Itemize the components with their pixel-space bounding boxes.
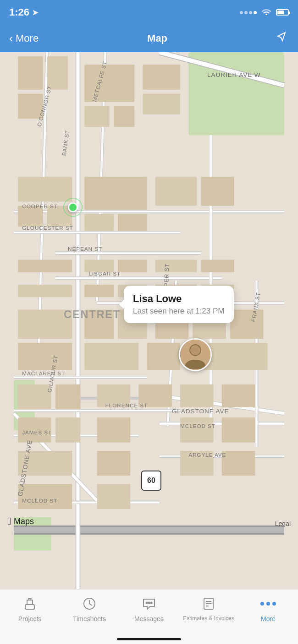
svg-rect-84	[18, 384, 51, 409]
svg-line-131	[89, 604, 92, 606]
more-icon	[259, 595, 277, 612]
map-area[interactable]: O'CONNOR ST BANK ST METCALFE ST LAURIER …	[0, 52, 298, 589]
popup-person-name: Lisa Lowe	[133, 293, 225, 305]
back-label: More	[16, 32, 39, 44]
svg-text:ARGYLE AVE: ARGYLE AVE	[188, 452, 226, 458]
svg-rect-94	[222, 417, 255, 442]
wifi-icon	[261, 8, 271, 17]
svg-text:MACLAREN ST: MACLAREN ST	[22, 370, 65, 376]
svg-rect-96	[97, 451, 131, 476]
svg-rect-30	[14, 377, 147, 379]
svg-point-133	[149, 602, 150, 604]
avatar-image	[180, 340, 210, 370]
apple-maps-logo:  Maps	[7, 515, 34, 527]
battery-icon	[276, 9, 289, 16]
chat-icon	[140, 595, 158, 612]
svg-rect-20	[55, 252, 201, 254]
svg-rect-126	[25, 605, 34, 609]
svg-rect-69	[18, 285, 72, 297]
tab-projects-label: Projects	[18, 615, 42, 622]
svg-rect-81	[84, 343, 138, 370]
location-arrow-icon: ➤	[32, 8, 38, 17]
svg-point-132	[146, 602, 148, 604]
svg-rect-54	[143, 65, 180, 89]
svg-rect-63	[201, 177, 234, 206]
svg-rect-22	[55, 277, 222, 279]
signal-icon	[240, 11, 257, 14]
svg-text:FLORENCE ST: FLORENCE ST	[105, 402, 148, 408]
svg-text:NEPEAN ST: NEPEAN ST	[68, 246, 102, 252]
document-icon	[200, 595, 217, 612]
svg-rect-67	[155, 260, 197, 272]
svg-rect-53	[114, 106, 134, 127]
svg-rect-64	[18, 260, 72, 272]
svg-text:CENTRET: CENTRET	[64, 308, 121, 320]
svg-text:LISGAR ST: LISGAR ST	[88, 271, 121, 276]
svg-rect-10	[76, 52, 79, 589]
svg-rect-85	[55, 384, 80, 409]
svg-rect-82	[147, 343, 180, 370]
location-pin[interactable]	[68, 202, 78, 212]
svg-rect-18	[14, 232, 180, 233]
popup-last-seen: Last seen here at 1:23 PM	[133, 307, 225, 316]
tab-estimates-label: Estimates & Invoices	[183, 615, 234, 622]
svg-point-134	[151, 602, 152, 604]
tab-projects[interactable]: Projects	[0, 595, 60, 622]
svg-rect-100	[97, 484, 131, 509]
svg-rect-51	[84, 65, 134, 102]
tab-messages[interactable]: Messages	[119, 595, 179, 622]
svg-rect-52	[84, 106, 109, 127]
clock-icon	[81, 595, 98, 612]
person-avatar[interactable]	[179, 338, 212, 371]
tab-timesheets[interactable]: Timesheets	[60, 595, 119, 622]
apple-icon: 	[7, 515, 11, 527]
svg-rect-5	[14, 525, 284, 527]
svg-rect-70	[84, 285, 114, 297]
back-button[interactable]: ‹ More	[9, 32, 39, 45]
svg-rect-59	[84, 177, 147, 210]
location-share-button[interactable]	[276, 31, 289, 47]
svg-text:GLOUCESTER ST: GLOUCESTER ST	[22, 225, 73, 231]
home-indicator	[117, 638, 181, 640]
svg-text:GLADSTONE AVE: GLADSTONE AVE	[172, 408, 229, 415]
svg-rect-48	[18, 56, 43, 90]
svg-text:JAMES ST: JAMES ST	[22, 429, 52, 435]
svg-rect-80	[18, 343, 72, 370]
svg-rect-50	[47, 56, 68, 90]
tab-bar: Projects Timesheets Messages	[0, 589, 298, 644]
status-bar: 1:26 ➤	[0, 0, 298, 25]
svg-rect-55	[143, 94, 180, 114]
svg-rect-88	[180, 384, 214, 407]
svg-rect-56	[18, 177, 72, 201]
location-popup[interactable]: Lisa Lowe Last seen here at 1:23 PM	[124, 286, 234, 323]
svg-rect-79	[230, 309, 264, 339]
svg-rect-93	[180, 417, 214, 442]
svg-rect-91	[55, 417, 80, 442]
svg-rect-60	[84, 214, 114, 231]
status-icons	[240, 8, 289, 17]
route-sign: 60	[141, 471, 161, 491]
maps-label: Maps	[14, 517, 34, 526]
svg-text:LAURIER AVE W: LAURIER AVE W	[207, 71, 261, 78]
tab-more[interactable]: More	[238, 595, 298, 622]
svg-text:COOPER ST: COOPER ST	[22, 203, 58, 209]
tab-more-label: More	[261, 615, 276, 622]
svg-rect-6	[14, 533, 284, 535]
svg-rect-61	[118, 214, 147, 231]
svg-text:MCLEOD ST: MCLEOD ST	[180, 423, 215, 429]
nav-title: Map	[147, 32, 167, 44]
svg-point-125	[190, 345, 200, 355]
svg-rect-68	[201, 260, 234, 272]
svg-rect-66	[118, 260, 147, 272]
svg-rect-32	[14, 410, 180, 411]
chevron-left-icon: ‹	[9, 32, 13, 45]
svg-rect-99	[18, 484, 72, 509]
tab-estimates[interactable]: Estimates & Invoices	[179, 595, 238, 622]
legal-link[interactable]: Legal	[275, 520, 291, 527]
nav-bar: ‹ More Map	[0, 25, 298, 52]
svg-rect-62	[155, 177, 197, 206]
svg-rect-92	[97, 417, 131, 442]
svg-text:MCLEOD ST: MCLEOD ST	[22, 498, 57, 503]
svg-rect-89	[222, 384, 255, 407]
hammer-icon	[21, 595, 39, 612]
